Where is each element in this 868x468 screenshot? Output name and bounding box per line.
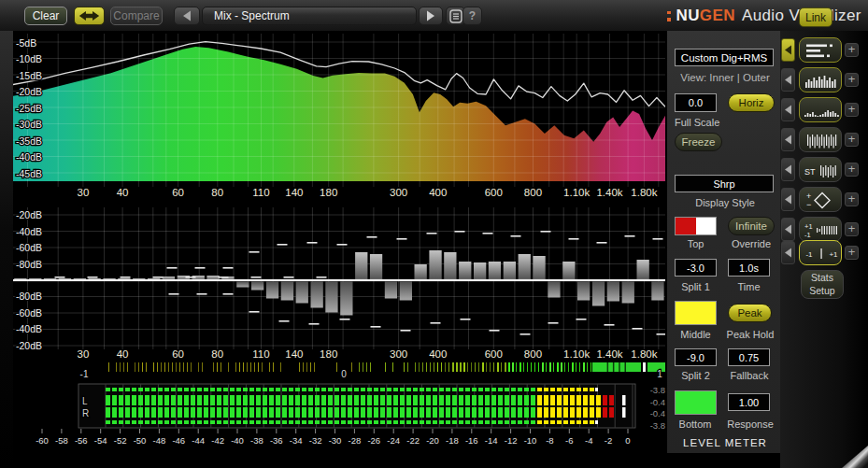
add-display-button[interactable]: + — [845, 192, 859, 206]
freeze-button[interactable]: Freeze — [675, 133, 722, 151]
svg-text:-50: -50 — [134, 435, 147, 446]
compare-button[interactable]: Compare — [110, 7, 163, 25]
svg-text:-3.8: -3.8 — [650, 385, 665, 395]
stats-setup-line2: Setup — [809, 285, 834, 297]
fallback-value[interactable]: 0.75 — [728, 348, 770, 366]
next-preset-button[interactable] — [419, 7, 443, 25]
slot-select-arrow[interactable] — [781, 188, 795, 211]
vectorscope-preset-button[interactable]: + − — [799, 187, 842, 212]
svg-text:-56: -56 — [75, 435, 88, 446]
svg-text:30: 30 — [78, 187, 90, 198]
split2-value[interactable]: -9.0 — [675, 348, 717, 366]
svg-text:140: 140 — [285, 187, 303, 198]
slot-select-arrow[interactable] — [781, 128, 795, 151]
time-value[interactable]: 1.0s — [728, 259, 770, 277]
svg-text:1.40k: 1.40k — [596, 348, 622, 360]
spectrum-curve-preset-button[interactable] — [799, 97, 842, 122]
spectrum-bars-preset-button[interactable] — [799, 67, 842, 92]
svg-text:R: R — [82, 408, 89, 418]
time-label: Time — [724, 281, 774, 292]
stereo-lines-icon: ST — [800, 158, 843, 183]
top-label: Top — [675, 238, 717, 249]
split1-value[interactable]: -3.0 — [675, 259, 717, 277]
add-display-button[interactable]: + — [845, 133, 859, 147]
svg-text:-60: -60 — [36, 435, 49, 446]
svg-text:-30dB: -30dB — [16, 119, 42, 130]
svg-text:-25dB: -25dB — [16, 103, 42, 114]
svg-text:-5dB: -5dB — [16, 37, 36, 49]
response-value[interactable]: 1.00 — [728, 393, 770, 411]
svg-text:180: 180 — [320, 187, 337, 198]
add-display-button[interactable]: + — [845, 43, 859, 57]
svg-text:60: 60 — [172, 187, 184, 198]
slot-select-arrow[interactable] — [781, 38, 795, 62]
svg-text:-32: -32 — [309, 435, 322, 446]
mode-select[interactable]: Custom Dig+RMS — [675, 49, 774, 66]
infinite-button[interactable]: Infinite — [728, 217, 775, 235]
svg-text:-0.4: -0.4 — [650, 397, 665, 407]
svg-text:−: − — [806, 200, 811, 209]
stereo-spectrum-preset-button[interactable]: ST — [799, 157, 842, 182]
svg-text:-16: -16 — [465, 435, 478, 446]
bottom-color-swatch[interactable] — [675, 390, 717, 415]
svg-text:-34: -34 — [290, 435, 303, 446]
svg-text:-52: -52 — [114, 435, 127, 446]
minus-one-plus-one-icon: -1 +1 — [800, 241, 843, 266]
stats-setup-button[interactable]: Stats Setup — [801, 270, 844, 299]
preset-slot-levelmeter: + — [781, 37, 867, 63]
correlation-spectrum-preset-button[interactable]: +1 -1 — [799, 217, 842, 242]
peak-hold-button[interactable]: Peak — [728, 304, 772, 322]
slot-select-arrow[interactable] — [781, 68, 795, 92]
svg-text:-24: -24 — [387, 435, 400, 446]
svg-text:-58: -58 — [55, 435, 68, 446]
add-display-button[interactable]: + — [845, 103, 859, 117]
svg-text:600: 600 — [485, 187, 503, 198]
add-display-button[interactable]: + — [845, 222, 859, 236]
svg-text:-36: -36 — [270, 435, 283, 446]
add-display-button[interactable]: + — [845, 73, 859, 87]
svg-text:1: 1 — [657, 369, 662, 379]
help-button[interactable]: ? — [462, 7, 482, 25]
display-style-select[interactable]: Shrp — [675, 175, 774, 192]
view-label: View: Inner | Outer — [667, 72, 783, 83]
slot-select-arrow[interactable] — [781, 158, 795, 181]
preset-slot-stereo: ST + — [781, 157, 867, 182]
full-scale-value[interactable]: 0.0 — [675, 93, 717, 112]
middle-color-swatch[interactable] — [675, 301, 717, 325]
preset-slot-vectorscope: + − + — [781, 187, 867, 212]
slot-select-arrow[interactable] — [781, 241, 795, 264]
preset-strip: + + + — [780, 31, 868, 468]
link-button[interactable]: Link — [799, 7, 832, 27]
correlation-meter-preset-button[interactable]: -1 +1 — [799, 240, 842, 265]
spectrum-display: -5dB-10dB-15dB-20dB-25dB-30dB-35dB-40dB-… — [13, 34, 665, 204]
horiz-button[interactable]: Horiz — [728, 93, 775, 112]
fallback-label: Fallback — [721, 370, 777, 381]
svg-text:-80dB: -80dB — [16, 291, 42, 302]
svg-text:110: 110 — [252, 187, 269, 198]
previous-preset-button[interactable] — [174, 7, 200, 25]
split1-label: Split 1 — [671, 281, 720, 292]
svg-text:1.10k: 1.10k — [563, 348, 590, 360]
spectrogram-preset-button[interactable] — [799, 127, 842, 152]
add-display-button[interactable]: + — [845, 246, 859, 260]
svg-text:-1: -1 — [805, 250, 813, 259]
preset-name-field[interactable]: Mix - Spectrum — [202, 7, 417, 25]
svg-text:1.80k: 1.80k — [631, 348, 657, 360]
left-arrow-icon — [181, 9, 192, 22]
slot-select-arrow[interactable] — [781, 98, 795, 121]
peak-hold-label: Peak Hold — [719, 329, 781, 340]
clear-button[interactable]: Clear — [24, 7, 67, 25]
audio-visualizer-window: Clear Compare Mix - Spectrum — [0, 0, 868, 468]
top-color-swatch[interactable] — [675, 217, 717, 235]
add-display-button[interactable]: + — [845, 163, 859, 177]
svg-text:40: 40 — [117, 187, 129, 198]
slot-select-arrow[interactable] — [781, 218, 795, 241]
svg-text:-54: -54 — [94, 435, 107, 446]
svg-text:-0.4: -0.4 — [650, 408, 665, 418]
toolbar: Clear Compare Mix - Spectrum — [0, 0, 868, 32]
swap-arrows-button[interactable] — [74, 7, 105, 25]
svg-text:ST: ST — [804, 167, 816, 177]
svg-text:110: 110 — [252, 348, 269, 360]
levelmeter-preset-button[interactable] — [799, 37, 842, 63]
svg-text:-30: -30 — [329, 435, 342, 446]
